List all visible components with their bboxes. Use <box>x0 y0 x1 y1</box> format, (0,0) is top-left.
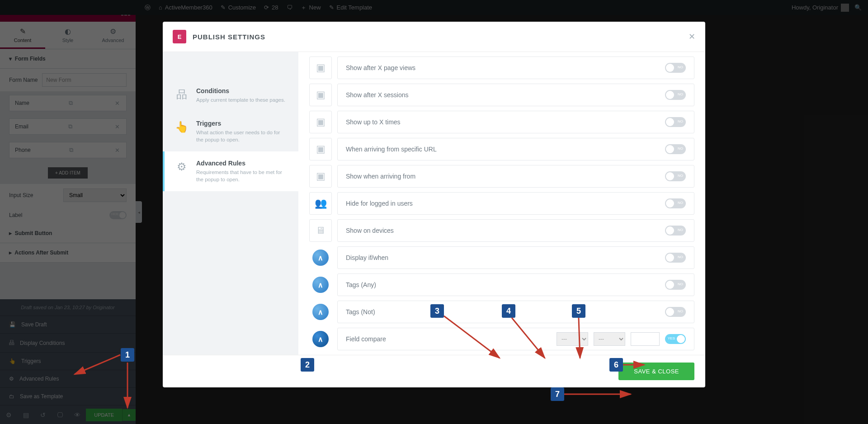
elementor-logo: E <box>173 30 186 43</box>
modal-footer: SAVE & CLOSE <box>163 355 705 387</box>
toggle-url[interactable]: NO <box>665 144 686 154</box>
toggle-devices[interactable]: NO <box>665 226 686 236</box>
style-icon: ◐ <box>45 27 90 36</box>
modal-content[interactable]: ▣ Show after X page views NO ▣ Show afte… <box>298 52 705 355</box>
rule-tags-any: ∧ Tags (Any) NO <box>309 273 694 296</box>
nav-triggers[interactable]: 👆 TriggersWhat action the user needs to … <box>163 112 298 151</box>
rule-logged-in: 👥 Hide for logged in users NO <box>309 192 694 215</box>
input-size-label: Input Size <box>9 192 63 198</box>
close-icon[interactable]: ✕ <box>689 32 695 42</box>
am360-icon: ∧ <box>309 246 332 269</box>
wp-edit-template[interactable]: ✎ Edit Template <box>329 4 373 11</box>
rule-sessions: ▣ Show after X sessions NO <box>309 84 694 106</box>
history-icon[interactable]: ↺ <box>34 411 52 419</box>
tab-advanced[interactable]: ⚙Advanced <box>90 22 136 49</box>
wp-updates[interactable]: ⟳ 28 <box>264 4 278 11</box>
rule-devices: 🖥 Show on devices NO <box>309 219 694 242</box>
rule-display-if: ∧ Display if/when NO <box>309 246 694 269</box>
field-compare-value-input[interactable] <box>631 332 660 346</box>
toggle-logged-in[interactable]: NO <box>665 198 686 208</box>
triggers-icon: 👆 <box>175 120 189 134</box>
rule-specific-url: ▣ When arriving from specific URL NO <box>309 138 694 160</box>
toggle-sessions[interactable]: NO <box>665 90 686 100</box>
am360-icon: ∧ <box>309 273 332 296</box>
arriving-icon: ▣ <box>309 165 332 188</box>
toggle-display-if[interactable]: NO <box>665 253 686 263</box>
section-submit-button[interactable]: ▸ Submit Button <box>0 224 136 243</box>
wp-howdy[interactable]: Howdy, Originator <box>792 4 849 12</box>
preview-icon[interactable]: 👁 <box>69 411 86 419</box>
pencil-icon: ✎ <box>0 27 45 36</box>
menu-save-draft[interactable]: 💾Save Draft <box>0 316 136 333</box>
field-name[interactable]: Name⧉✕ <box>9 95 127 111</box>
elementor-sidebar: Edit Form ✎Content ◐Style ⚙Advanced ▾ Fo… <box>0 0 136 424</box>
toggle-tags-any[interactable]: NO <box>665 280 686 290</box>
draft-status: Draft saved on Jan 23, 10:27 by Originat… <box>0 299 136 316</box>
panel-footer: ⚙ ▤ ↺ 🖵 👁 UPDATE ▲ <box>0 405 136 424</box>
tab-content[interactable]: ✎Content <box>0 22 45 49</box>
field-compare-op-select[interactable]: --- <box>594 332 625 346</box>
form-name-label: Form Name <box>9 77 38 83</box>
menu-advanced-rules[interactable]: ⚙Advanced Rules <box>0 370 136 387</box>
section-form-fields[interactable]: ▾ Form Fields <box>0 49 136 69</box>
collapse-handle[interactable]: ◂ <box>136 201 142 223</box>
responsive-icon[interactable]: 🖵 <box>52 411 69 419</box>
sessions-icon: ▣ <box>309 84 332 106</box>
toggle-times[interactable]: NO <box>665 117 686 127</box>
close-icon[interactable]: ✕ <box>112 123 123 130</box>
nav-advanced-rules[interactable]: ⚙ Advanced RulesRequirements that have t… <box>163 151 298 191</box>
menu-save-template[interactable]: 🗀Save as Template <box>0 387 136 405</box>
nav-conditions[interactable]: 品 ConditionsApply current template to th… <box>163 79 298 112</box>
toggle-tags-not[interactable]: NO <box>665 307 686 317</box>
am360-icon: ∧ <box>309 301 332 323</box>
rule-page-views: ▣ Show after X page views NO <box>309 57 694 79</box>
users-icon: 👥 <box>309 192 332 215</box>
modal-title: PUBLISH SETTINGS <box>193 33 265 41</box>
save-icon: 💾 <box>9 321 16 328</box>
gear-icon: ⚙ <box>9 376 14 382</box>
label-toggle[interactable]: HIDE <box>109 211 127 219</box>
avatar <box>841 4 849 12</box>
url-icon: ▣ <box>309 138 332 160</box>
field-email[interactable]: Email⧉✕ <box>9 118 127 135</box>
times-icon: ▣ <box>309 111 332 133</box>
update-dropdown[interactable]: ▲ <box>122 409 136 421</box>
wp-logo[interactable]: ⓦ <box>145 4 151 12</box>
search-icon[interactable]: 🔍 <box>854 3 863 12</box>
add-item-button[interactable]: + ADD ITEM <box>48 167 88 179</box>
form-name-input[interactable] <box>42 73 127 87</box>
close-icon[interactable]: ✕ <box>112 147 123 154</box>
tab-style[interactable]: ◐Style <box>45 22 90 49</box>
panel-bottom: Draft saved on Jan 23, 10:27 by Originat… <box>0 299 136 424</box>
page-views-icon: ▣ <box>309 57 332 79</box>
copy-icon[interactable]: ⧉ <box>66 146 76 154</box>
section-actions-after[interactable]: ▸ Actions After Submit <box>0 243 136 263</box>
devices-icon: 🖥 <box>309 219 332 242</box>
menu-triggers[interactable]: 👆Triggers <box>0 352 136 370</box>
label-label: Label <box>9 212 22 218</box>
gear-icon: ⚙ <box>175 160 189 174</box>
publish-settings-modal: E PUBLISH SETTINGS ✕ 品 ConditionsApply c… <box>163 22 705 387</box>
settings-icon[interactable]: ⚙ <box>0 411 17 419</box>
modal-nav: 品 ConditionsApply current template to th… <box>163 52 298 355</box>
field-phone[interactable]: Phone⧉✕ <box>9 142 127 158</box>
toggle-arriving[interactable]: NO <box>665 171 686 181</box>
wp-site[interactable]: ⌂ ActiveMember360 <box>159 4 212 11</box>
copy-icon[interactable]: ⧉ <box>66 99 75 107</box>
toggle-field-compare[interactable]: YES <box>665 334 686 344</box>
input-size-select[interactable]: Small <box>63 188 127 202</box>
modal-header: E PUBLISH SETTINGS ✕ <box>163 22 705 52</box>
save-close-button[interactable]: SAVE & CLOSE <box>618 363 694 380</box>
wp-new[interactable]: ＋ New <box>301 4 321 12</box>
field-compare-field-select[interactable]: --- <box>557 332 588 346</box>
wp-customize[interactable]: ✎ Customize <box>221 4 256 11</box>
copy-icon[interactable]: ⧉ <box>66 123 75 130</box>
menu-display-conditions[interactable]: 品Display Conditions <box>0 333 136 352</box>
wp-comments[interactable]: 🗨 <box>287 4 292 11</box>
update-button[interactable]: UPDATE <box>86 409 122 421</box>
navigator-icon[interactable]: ▤ <box>17 411 34 419</box>
rule-tags-not: ∧ Tags (Not) NO <box>309 301 694 323</box>
toggle-page-views[interactable]: NO <box>665 63 686 73</box>
close-icon[interactable]: ✕ <box>112 100 123 107</box>
triggers-icon: 👆 <box>9 358 16 364</box>
